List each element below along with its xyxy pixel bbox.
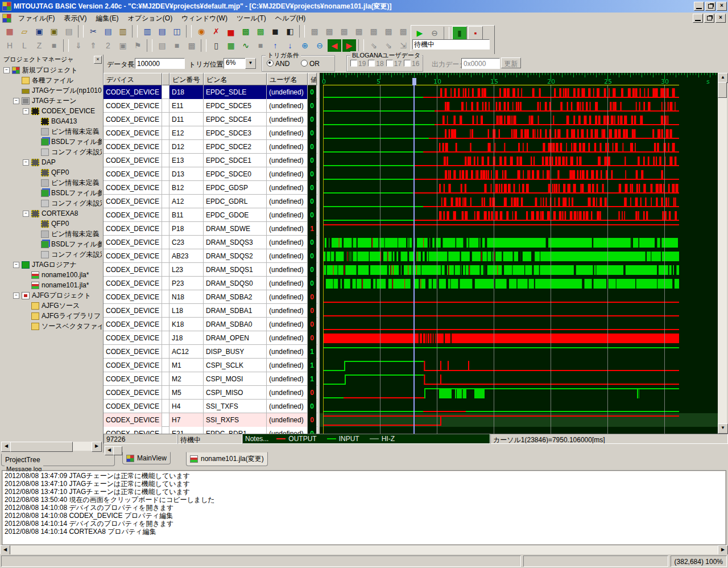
new-waveform-button[interactable]: ▯ (209, 39, 223, 52)
table-row[interactable]: CODEX_DEVICEM5CSPI_MISO(undefined)0 (104, 386, 317, 400)
menu-t[interactable]: ツール(T) (232, 13, 271, 24)
table-row[interactable]: CODEX_DEVICEP23DRAM_SDQS0(undefined)0 (104, 277, 317, 290)
boundary-scan-button[interactable]: ▩ (239, 25, 253, 38)
table-row[interactable]: CODEX_DEVICEB12EPDC_GDSP(undefined)0 (104, 181, 317, 195)
device-run-button[interactable]: ▮ (452, 26, 467, 40)
cursor-left-button[interactable]: ◀ (328, 39, 341, 52)
tree-item-[interactable]: 各種ファイル (1, 75, 102, 85)
expander-icon[interactable]: − (13, 98, 19, 104)
tree-item-[interactable]: ピン情報未定義 (1, 229, 102, 239)
tree-item-bsdl[interactable]: BSDLファイル参照 (1, 188, 102, 198)
menu-v[interactable]: 表示(V) (59, 13, 91, 24)
tree-item-ajfg[interactable]: −AJFGプロジェクト (1, 290, 102, 301)
board-view-button[interactable]: ▩ (254, 25, 267, 38)
close-button[interactable] (717, 2, 727, 11)
table-row[interactable]: CODEX_DEVICEP18DRAM_SDWE(undefined)1 (104, 222, 317, 236)
table-row[interactable]: CODEX_DEVICED11EPDC_SDCE4(undefined)0 (104, 113, 317, 126)
column-header-値[interactable]: 値 (308, 73, 317, 85)
tile-horizontal-button[interactable]: ▤ (155, 25, 169, 38)
add-device-list-button[interactable]: ◧ (283, 25, 297, 38)
message-log-list[interactable]: 2012/08/08 13:47:09 JTAGチェーンは正常に機能しています2… (3, 471, 725, 544)
tree-item-jtagnp1010[interactable]: JTAGケーブル(np1010) (1, 85, 102, 96)
tree-item-noname100jla[interactable]: noname100.jla* (1, 270, 102, 280)
log-hscrollbar[interactable]: ◀ ▶ (0, 545, 728, 554)
child-close-button[interactable] (715, 14, 726, 23)
blogana-check-16[interactable]: 16 (404, 60, 419, 68)
table-row[interactable]: CODEX_DEVICED12EPDC_SDCE2(undefined)0 (104, 140, 317, 154)
waveform-canvas[interactable] (320, 73, 718, 434)
column-header-ピン番号[interactable]: ピン番号 (169, 73, 204, 85)
blogana-check-18[interactable]: 18 (368, 60, 383, 68)
column-header-ユーザ名[interactable]: ユーザ名 (267, 73, 308, 85)
save-as-button[interactable]: ▣ (47, 25, 61, 38)
cursor-right-button[interactable]: ▶ (342, 39, 356, 52)
table-row[interactable]: CODEX_DEVICEAB23DRAM_SDQS2(undefined)0 (104, 249, 317, 263)
device-halt-button[interactable]: ▪ (468, 26, 483, 40)
table-row[interactable]: CODEX_DEVICED13EPDC_SDCE0(undefined)0 (104, 167, 317, 181)
column-header-デバイス[interactable]: デバイス (104, 73, 162, 85)
add-device-button[interactable]: ◼ (268, 25, 282, 38)
tree-item-codexdevice[interactable]: −CODEX_DEVICE (1, 106, 102, 116)
detect-chain-button[interactable]: ◉ (195, 25, 208, 38)
table-row[interactable]: CODEX_DEVICEE21EPDC_BDR1(undefined)0 (104, 427, 317, 434)
table-row[interactable]: CODEX_DEVICEC23DRAM_SDQS3(undefined)0 (104, 236, 317, 249)
menu-o[interactable]: オプション(O) (123, 13, 177, 24)
tree-item-[interactable]: ソースベクタファイル (1, 321, 102, 331)
disconnect-chain-button[interactable]: ✗ (209, 25, 223, 38)
open-button[interactable]: ▱ (18, 25, 31, 38)
table-row[interactable]: CODEX_DEVICED18EPDC_SDLE(undefined)0 (104, 85, 317, 99)
tree-item-qfp0[interactable]: QFP0 (1, 167, 102, 178)
zoom-in-button[interactable]: ⊕ (298, 39, 312, 52)
notes-label[interactable]: Notes... (245, 435, 268, 443)
table-row[interactable]: CODEX_DEVICEB11EPDC_GDOE(undefined)0 (104, 208, 317, 222)
tree-item-[interactable]: ピン情報未定義 (1, 178, 102, 188)
tree-item-bga413[interactable]: BGA413 (1, 116, 102, 126)
menu-f[interactable]: ファイル(F) (14, 13, 59, 24)
table-row[interactable]: CODEX_DEVICEL23DRAM_SDQS1(undefined)0 (104, 263, 317, 277)
trigger-position-dropdown-arrow[interactable]: ▼ (245, 58, 256, 69)
table-row[interactable]: CODEX_DEVICEH4SSI_TXFS(undefined)0 (104, 400, 317, 413)
tree-item-[interactable]: コンフィグ未設定 (1, 198, 102, 208)
tree-item-bsdl[interactable]: BSDLファイル参照 (1, 137, 102, 147)
cut-button[interactable]: ✂ (86, 25, 100, 38)
scroll-right-icon[interactable]: ▶ (92, 442, 102, 452)
table-row[interactable]: CODEX_DEVICEH7SSI_RXFS(undefined)0 (104, 413, 317, 427)
tree-item-[interactable]: ピン情報未定義 (1, 126, 102, 137)
column-header-blank[interactable] (162, 73, 169, 85)
menu-w[interactable]: ウィンドウ(W) (177, 13, 232, 24)
expander-icon[interactable]: − (3, 67, 10, 73)
tab-mainview[interactable]: MainView (122, 452, 171, 464)
tab-scroll-left-icon[interactable]: ◀ (105, 446, 114, 455)
output-data-input[interactable] (461, 58, 500, 69)
tab-scroll-blank-icon[interactable] (113, 446, 122, 455)
table-row[interactable]: CODEX_DEVICEA12EPDC_GDRL(undefined)0 (104, 195, 317, 208)
save-button[interactable]: ▣ (32, 25, 46, 38)
panel-close-icon[interactable]: × (94, 56, 102, 64)
table-row[interactable]: CODEX_DEVICEE12EPDC_SDCE3(undefined)0 (104, 126, 317, 140)
stop-button[interactable]: ⊖ (428, 27, 441, 39)
tab-projecttree[interactable]: ProjectTree (1, 454, 115, 466)
child-restore-button[interactable] (704, 14, 714, 23)
sampling-button[interactable]: ∿ (239, 39, 253, 52)
tree-item-noname101jla[interactable]: noname101.jla* (1, 280, 102, 290)
table-row[interactable]: CODEX_DEVICEE11EPDC_SDCE5(undefined)0 (104, 99, 317, 113)
scroll-down-icon[interactable]: ▼ (718, 423, 728, 434)
table-row[interactable]: CODEX_DEVICEM1CSPI_SCLK(undefined)1 (104, 359, 317, 372)
restore-button[interactable] (705, 2, 715, 11)
table-row[interactable]: CODEX_DEVICEAC12DISP_BUSY(undefined)1 (104, 345, 317, 359)
table-row[interactable]: CODEX_DEVICEN18DRAM_SDBA2(undefined)0 (104, 290, 317, 304)
reset-button[interactable]: ▅ (224, 25, 238, 38)
or-radio[interactable]: OR (301, 60, 320, 68)
expander-icon[interactable]: − (23, 159, 29, 166)
tree-item-[interactable]: コンフィグ未設定 (1, 249, 102, 260)
scroll-up-button[interactable]: ↑ (268, 39, 282, 52)
table-row[interactable]: CODEX_DEVICEM2CSPI_MOSI(undefined)1 (104, 372, 317, 386)
tree-item-bsdl[interactable]: BSDLファイル参照 (1, 239, 102, 249)
waveform-vscrollbar[interactable]: ▲ ▼ (718, 73, 727, 434)
scroll-down-button[interactable]: ↓ (283, 39, 297, 52)
run-status-field[interactable] (412, 39, 490, 50)
tree-item-jtag[interactable]: −JTAGロジアナ (1, 260, 102, 270)
tree-item-ajfg[interactable]: AJFGソース (1, 301, 102, 311)
tree-item-[interactable]: コンフィグ未設定 (1, 147, 102, 157)
expander-icon[interactable]: − (23, 211, 29, 217)
